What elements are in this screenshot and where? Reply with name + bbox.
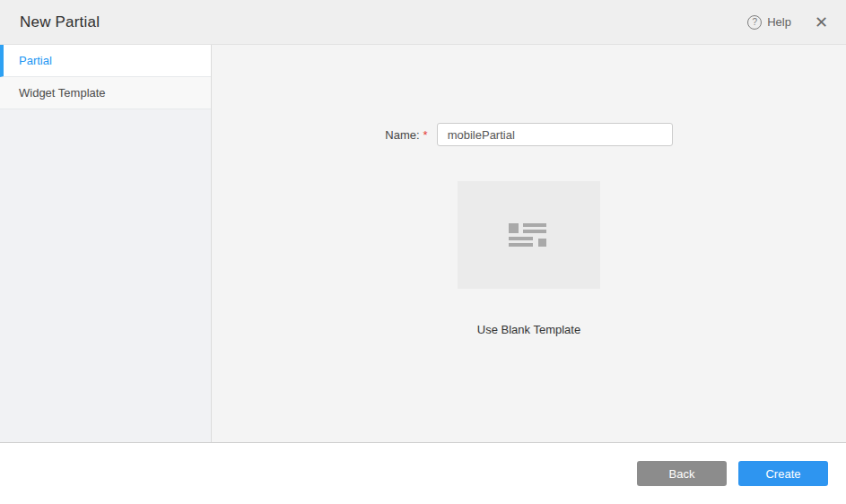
dialog-footer: Back Create	[0, 443, 846, 504]
help-button[interactable]: ? Help	[747, 15, 791, 30]
use-blank-template-label[interactable]: Use Blank Template	[477, 323, 580, 336]
back-button[interactable]: Back	[637, 461, 727, 486]
blank-template-card[interactable]	[458, 181, 600, 289]
blank-template-content-icon	[509, 223, 550, 247]
help-label: Help	[767, 15, 791, 29]
sidebar-item-widget-template[interactable]: Widget Template	[0, 77, 211, 109]
close-icon[interactable]: ✕	[815, 14, 828, 30]
name-field-row: Name: *	[385, 123, 672, 146]
name-input[interactable]	[437, 123, 673, 146]
sidebar-item-label: Partial	[19, 54, 52, 67]
create-button[interactable]: Create	[738, 461, 828, 486]
template-type-sidebar: Partial Widget Template	[0, 45, 212, 442]
dialog-body: Partial Widget Template Name: *	[0, 45, 846, 443]
new-partial-dialog: New Partial ? Help ✕ Partial Widget Temp…	[0, 0, 846, 504]
main-content: Name: *	[212, 45, 846, 442]
page-title: New Partial	[20, 13, 100, 31]
header-actions: ? Help ✕	[747, 14, 828, 30]
sidebar-item-partial[interactable]: Partial	[0, 45, 211, 77]
dialog-header: New Partial ? Help ✕	[0, 0, 846, 45]
sidebar-item-label: Widget Template	[19, 86, 106, 100]
required-marker: *	[423, 128, 428, 142]
name-label: Name:	[385, 128, 419, 142]
help-icon: ?	[747, 15, 762, 30]
